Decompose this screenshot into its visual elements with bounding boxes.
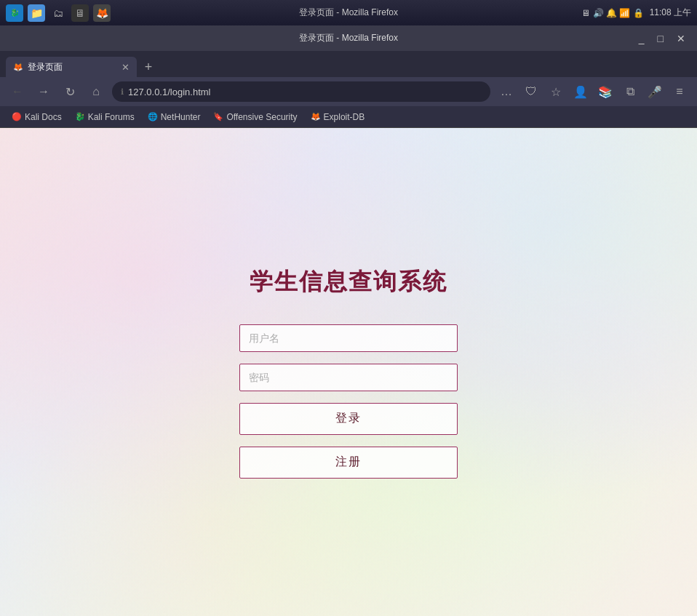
nav-bookmark-icon[interactable]: ☆ bbox=[546, 81, 566, 102]
browser-window: 登录页面 - Mozilla Firefox _ □ ✕ 🦊 登录页面 ✕ + … bbox=[0, 25, 697, 616]
bookmark-nethunter[interactable]: 🌐 NetHunter bbox=[142, 111, 207, 124]
nav-sync-icon[interactable]: ⧉ bbox=[620, 81, 640, 102]
browser-title: 登录页面 - Mozilla Firefox bbox=[299, 32, 398, 44]
login-container: 学生信息查询系统 登录 注册 bbox=[232, 266, 465, 479]
nav-reader-icon[interactable]: 👤 bbox=[570, 81, 591, 102]
os-taskbar: 🐉 📁 🗂 🖥 🦊 登录页面 - Mozilla Firefox 🖥 🔊 🔔 📶… bbox=[0, 0, 697, 25]
browser-navbar: ← → ↻ ⌂ ℹ 127.0.0.1/login.html … 🛡 ☆ 👤 📚… bbox=[0, 77, 697, 106]
bookmark-kali-docs-label: Kali Docs bbox=[25, 112, 62, 122]
exploit-db-favicon: 🦊 bbox=[311, 112, 321, 121]
nethunter-favicon: 🌐 bbox=[148, 112, 158, 121]
os-taskbar-right: 🖥 🔊 🔔 📶 🔒 11:08 上午 bbox=[581, 7, 691, 19]
nav-shield-icon[interactable]: 🛡 bbox=[521, 81, 541, 102]
bookmark-kali-docs[interactable]: 🔴 Kali Docs bbox=[6, 111, 68, 124]
tab-favicon: 🦊 bbox=[13, 63, 23, 72]
kali-icon[interactable]: 🐉 bbox=[6, 4, 23, 22]
nav-more-icon[interactable]: … bbox=[496, 81, 517, 102]
system-tray-icons: 🖥 🔊 🔔 📶 🔒 bbox=[581, 8, 643, 18]
maximize-button[interactable]: □ bbox=[653, 31, 668, 46]
home-button[interactable]: ⌂ bbox=[86, 81, 106, 102]
url-text: 127.0.0.1/login.html bbox=[128, 87, 210, 97]
bookmark-exploit-db[interactable]: 🦊 Exploit-DB bbox=[305, 111, 371, 124]
url-info-icon: ℹ bbox=[121, 87, 124, 97]
kali-docs-favicon: 🔴 bbox=[12, 112, 22, 121]
kali-forums-favicon: 🐉 bbox=[75, 112, 85, 121]
password-input[interactable] bbox=[239, 364, 458, 391]
forward-button[interactable]: → bbox=[33, 81, 54, 102]
nav-library-icon[interactable]: 📚 bbox=[595, 81, 616, 102]
bookmark-exploit-db-label: Exploit-DB bbox=[324, 112, 365, 122]
os-taskbar-title: 登录页面 - Mozilla Firefox bbox=[299, 7, 398, 19]
url-bar[interactable]: ℹ 127.0.0.1/login.html bbox=[112, 81, 490, 102]
folder-icon[interactable]: 🗂 bbox=[49, 4, 67, 22]
username-input[interactable] bbox=[239, 324, 458, 352]
active-tab[interactable]: 🦊 登录页面 ✕ bbox=[6, 57, 137, 77]
close-button[interactable]: ✕ bbox=[672, 31, 690, 46]
nav-menu-icon[interactable]: ≡ bbox=[669, 81, 690, 102]
bookmark-offensive-security[interactable]: 🔖 Offensive Security bbox=[207, 111, 303, 124]
new-tab-button[interactable]: + bbox=[138, 57, 159, 77]
page-title: 学生信息查询系统 bbox=[250, 266, 447, 298]
browser-titlebar: 登录页面 - Mozilla Firefox _ □ ✕ bbox=[0, 25, 697, 51]
window-controls: _ □ ✕ bbox=[634, 31, 690, 46]
bookmark-kali-forums-label: Kali Forums bbox=[88, 112, 135, 122]
files-icon[interactable]: 📁 bbox=[28, 4, 45, 22]
offensive-security-favicon: 🔖 bbox=[213, 112, 223, 121]
bookmark-nethunter-label: NetHunter bbox=[161, 112, 201, 122]
os-clock: 11:08 上午 bbox=[650, 7, 691, 19]
minimize-button[interactable]: _ bbox=[634, 31, 649, 46]
bookmark-kali-forums[interactable]: 🐉 Kali Forums bbox=[69, 111, 140, 124]
bookmarks-bar: 🔴 Kali Docs 🐉 Kali Forums 🌐 NetHunter 🔖 … bbox=[0, 106, 697, 128]
reload-button[interactable]: ↻ bbox=[60, 81, 80, 102]
register-button[interactable]: 注册 bbox=[239, 447, 458, 479]
nav-right-icons: … 🛡 ☆ 👤 📚 ⧉ 🎤 ≡ bbox=[496, 81, 690, 102]
back-button[interactable]: ← bbox=[7, 81, 28, 102]
webpage-content: 学生信息查询系统 登录 注册 bbox=[0, 128, 697, 616]
login-button[interactable]: 登录 bbox=[239, 403, 458, 435]
nav-voice-icon[interactable]: 🎤 bbox=[645, 81, 665, 102]
tab-label: 登录页面 bbox=[28, 61, 63, 73]
tab-close-button[interactable]: ✕ bbox=[122, 62, 130, 73]
firefox-taskbar-icon[interactable]: 🦊 bbox=[93, 4, 111, 22]
monitor-icon[interactable]: 🖥 bbox=[71, 4, 89, 22]
browser-tabs-bar: 🦊 登录页面 ✕ + bbox=[0, 51, 697, 77]
bookmark-offensive-security-label: Offensive Security bbox=[226, 112, 297, 122]
